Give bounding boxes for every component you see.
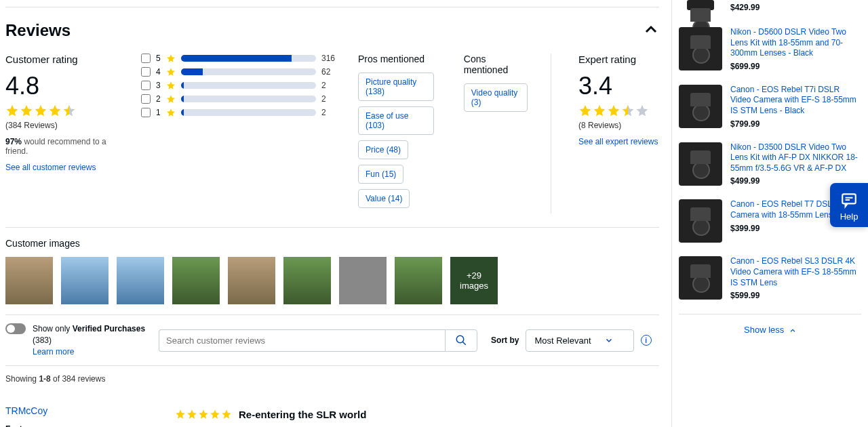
- related-product[interactable]: Canon - EOS Rebel T7i DSLR Video Camera …: [679, 78, 861, 136]
- hist-checkbox-5[interactable]: [141, 54, 151, 63]
- reviews-heading: Reviews: [5, 21, 71, 40]
- hist-row-5: 5316: [141, 54, 338, 63]
- product-price: $599.99: [730, 291, 861, 300]
- hist-checkbox-1[interactable]: [141, 108, 151, 117]
- hist-row-1: 12: [141, 108, 338, 117]
- pros-column: Pros mentioned Picture quality (138) Eas…: [358, 54, 437, 214]
- customer-image-thumb[interactable]: [61, 257, 108, 304]
- product-image: [679, 27, 722, 70]
- verified-purchases-toggle[interactable]: [5, 323, 26, 334]
- chevron-up-icon: [789, 327, 796, 334]
- review-author-link[interactable]: TRMcCoy: [5, 405, 155, 416]
- pros-label: Pros mentioned: [358, 54, 437, 64]
- product-price: $699.99: [730, 62, 861, 71]
- hist-checkbox-4[interactable]: [141, 67, 151, 77]
- features-label: Features: [5, 424, 155, 427]
- product-name: Nikon - D3500 DSLR Video Two Lens Kit wi…: [730, 142, 861, 174]
- sort-info-icon[interactable]: i: [641, 335, 652, 346]
- customer-rating-count: (384 Reviews): [5, 121, 121, 130]
- see-all-reviews-link[interactable]: See all customer reviews: [5, 163, 121, 172]
- expert-rating-label: Expert rating: [578, 54, 659, 65]
- svg-rect-2: [842, 194, 856, 203]
- search-reviews-button[interactable]: [445, 329, 477, 352]
- see-expert-reviews-link[interactable]: See all expert reviews: [578, 137, 659, 146]
- product-image: [679, 85, 722, 128]
- customer-rating-label: Customer rating: [5, 54, 121, 65]
- customer-image-thumb[interactable]: [5, 257, 53, 304]
- review-item: TRMcCoy Features Quality Re-entering the…: [5, 392, 659, 427]
- customer-rating-value: 4.8: [5, 72, 121, 100]
- show-less-button[interactable]: Show less: [679, 314, 861, 345]
- svg-point-0: [456, 336, 464, 343]
- rating-histogram: 5316 462 32 22 12: [141, 54, 338, 214]
- product-name: Canon - EOS Rebel T7i DSLR Video Camera …: [730, 85, 861, 117]
- help-button[interactable]: Help: [830, 183, 868, 227]
- customer-image-thumb[interactable]: [283, 257, 331, 304]
- pro-tag[interactable]: Ease of use (103): [358, 106, 434, 135]
- customer-images-section: Customer images +29images: [5, 227, 659, 314]
- learn-more-link[interactable]: Learn more: [33, 347, 74, 357]
- showing-count: Showing 1-8 of 384 reviews: [5, 365, 659, 392]
- expert-rating-stars: [578, 104, 659, 117]
- con-tag[interactable]: Video quality (3): [464, 83, 528, 112]
- sort-select[interactable]: Most Relevant: [526, 329, 633, 352]
- chevron-down-icon: [605, 336, 613, 344]
- reviews-section-header: Reviews: [5, 7, 659, 47]
- expert-rating-value: 3.4: [578, 72, 659, 100]
- pro-tag[interactable]: Picture quality (138): [358, 73, 434, 101]
- customer-image-thumb[interactable]: [117, 257, 164, 304]
- recommend-text: 97% would recommend to a friend.: [5, 137, 121, 156]
- cons-label: Cons mentioned: [464, 54, 530, 75]
- pro-tag[interactable]: Value (14): [358, 189, 410, 208]
- hist-checkbox-2[interactable]: [141, 94, 151, 104]
- expert-rating-count: (8 Reviews): [578, 121, 659, 130]
- hist-row-3: 32: [141, 81, 338, 90]
- verified-toggle-label: Show only Verified Purchases (383) Learn…: [33, 323, 145, 357]
- related-product[interactable]: Canon - EOS Rebel SL3 DSLR 4K Video Came…: [679, 249, 861, 307]
- related-product[interactable]: Nikon - D5600 DSLR Video Two Lens Kit wi…: [679, 20, 861, 78]
- cons-column: Cons mentioned Video quality (3): [464, 54, 530, 214]
- product-image: [679, 142, 722, 186]
- customer-rating-stars: [5, 104, 121, 117]
- more-images-button[interactable]: +29images: [450, 257, 498, 304]
- customer-image-thumb[interactable]: [395, 257, 442, 304]
- expert-rating-block: Expert rating 3.4 (8 Reviews) See all ex…: [551, 54, 659, 214]
- related-product[interactable]: $429.99: [679, 0, 861, 20]
- hist-row-2: 22: [141, 94, 338, 104]
- customer-rating-block: Customer rating 4.8 (384 Reviews) 97% wo…: [5, 54, 121, 214]
- product-image: [679, 199, 722, 243]
- product-image: [679, 256, 722, 300]
- pro-tag[interactable]: Price (48): [358, 140, 408, 159]
- product-price: $799.99: [730, 119, 861, 129]
- hist-row-4: 462: [141, 67, 338, 77]
- sort-by-label: Sort by: [491, 336, 519, 345]
- customer-images-label: Customer images: [5, 238, 659, 249]
- hist-checkbox-3[interactable]: [141, 81, 151, 90]
- search-icon: [455, 334, 467, 346]
- pro-tag[interactable]: Fun (15): [358, 165, 403, 184]
- customer-image-thumb[interactable]: [339, 257, 387, 304]
- product-image: [679, 0, 722, 14]
- collapse-icon[interactable]: [643, 22, 659, 40]
- product-name: Canon - EOS Rebel SL3 DSLR 4K Video Came…: [730, 256, 861, 288]
- customer-image-thumb[interactable]: [228, 257, 275, 304]
- chat-icon: [840, 191, 859, 209]
- product-price: $429.99: [730, 3, 861, 12]
- review-stars: [175, 409, 232, 420]
- customer-image-thumb[interactable]: [172, 257, 220, 304]
- search-reviews-input[interactable]: [159, 329, 445, 352]
- review-filter-bar: Show only Verified Purchases (383) Learn…: [5, 314, 659, 365]
- product-name: Nikon - D5600 DSLR Video Two Lens Kit wi…: [730, 27, 861, 59]
- review-title: Re-entering the SLR world: [239, 409, 366, 420]
